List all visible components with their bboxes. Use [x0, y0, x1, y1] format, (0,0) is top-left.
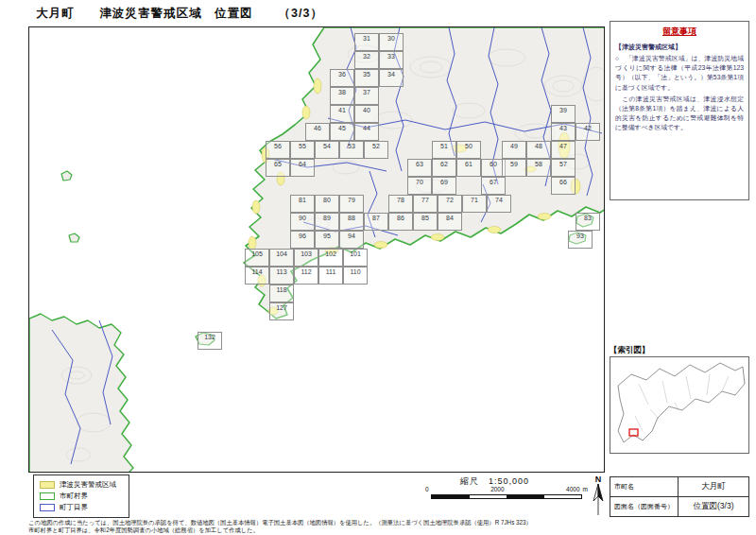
- legend-item-municipal-boundary: 市町村界: [40, 492, 123, 501]
- map-grid-cell: 33: [379, 51, 404, 69]
- map-grid-cell: 66: [551, 177, 576, 195]
- notes-paragraph: この津波災害警戒区域は、津波浸水想定（法第8条第1項）を踏まえ、津波による人的災…: [615, 95, 744, 133]
- table-row: 図面名（図面番号） 位置図(3/3): [610, 497, 749, 517]
- map-grid-cell: 37: [354, 87, 379, 105]
- map-grid-cell: 103: [294, 249, 318, 267]
- scale-segment: [432, 495, 470, 498]
- map-grid-cell: 51: [432, 141, 456, 159]
- map-grid-cell: 83: [576, 213, 600, 231]
- location-map: 3130323336353438374140394645444342565554…: [28, 26, 605, 473]
- map-grid-cell: 95: [315, 231, 339, 249]
- scale-tick: 4000: [566, 486, 579, 492]
- district-boundary-swatch-icon: [40, 504, 55, 511]
- footer-line: この地図の作成に当たっては、国土地理院長の承認を得て、数値地図（国土基本情報）電…: [28, 519, 728, 526]
- map-grid-cell: 42: [576, 123, 600, 141]
- map-grid-cell: 102: [318, 249, 343, 267]
- scale-segment: [544, 495, 582, 498]
- map-grid-cell: 56: [266, 141, 290, 159]
- index-map: [610, 356, 749, 454]
- map-grid-cell: 55: [290, 141, 315, 159]
- map-grid-cell: 35: [354, 69, 379, 87]
- map-grid-cell: 85: [413, 213, 438, 231]
- map-grid-cell: 132: [198, 332, 222, 350]
- map-grid-cell: 53: [339, 141, 364, 159]
- map-grid-cell: 101: [343, 249, 368, 267]
- map-grid-cell: 77: [413, 195, 438, 213]
- legend-label: 町丁目界: [60, 503, 88, 512]
- map-grid-cell: 114: [245, 267, 269, 285]
- map-grid-cell: 32: [354, 51, 379, 69]
- map-grid-cell: 43: [551, 123, 576, 141]
- map-grid-cell: 105: [245, 249, 269, 267]
- map-grid-cell: 81: [290, 195, 315, 213]
- warning-area-swatch-icon: [40, 481, 55, 489]
- legend-label: 市町村界: [60, 492, 88, 501]
- map-grid-cell: 49: [502, 141, 526, 159]
- info-label: 市町名: [610, 477, 679, 497]
- table-row: 市町名 大月町: [610, 477, 749, 497]
- north-arrow-icon: N: [590, 473, 607, 518]
- map-grid-cell: 48: [526, 141, 551, 159]
- map-grid-cell: 110: [343, 267, 368, 285]
- footer-notes: この地図の作成に当たっては、国土地理院長の承認を得て、数値地図（国土基本情報）電…: [28, 519, 728, 534]
- map-grid-cell: 57: [551, 159, 576, 177]
- index-map-title: 【索引図】: [610, 345, 650, 356]
- map-grid-cell: 118: [269, 285, 294, 302]
- info-label: 図面名（図面番号）: [610, 497, 679, 517]
- map-grid-cell: 96: [290, 231, 315, 249]
- map-grid-cell: 90: [290, 213, 315, 231]
- map-grid-cell: 44: [354, 123, 379, 141]
- map-grid-cell: 70: [407, 177, 432, 195]
- legend: 津波災害警戒区域 市町村界 町丁目界: [33, 475, 129, 518]
- notes-panel: 留意事項 【津波災害警戒区域】 ○ 「津波災害警戒区域」は、津波防災地域づくりに…: [610, 21, 749, 200]
- map-grid-cell: 45: [330, 123, 354, 141]
- map-grid-cell: 67: [481, 177, 506, 195]
- map-grid-cell: 94: [339, 231, 364, 249]
- map-grid-cell: 62: [432, 159, 456, 177]
- info-value: 位置図(3/3): [679, 497, 749, 517]
- index-map-outline: [610, 357, 748, 453]
- map-grid-cell: 63: [407, 159, 432, 177]
- map-grid-cell: 61: [456, 159, 481, 177]
- map-grid-cell: 52: [364, 141, 388, 159]
- legend-label: 津波災害警戒区域: [60, 480, 116, 490]
- footer-line: 市町村界と町丁目界は、令和2年度国勢調査の小地域（総務省）を加工して作成した。: [28, 526, 728, 534]
- map-grid-layer: 3130323336353438374140394645444342565554…: [29, 27, 605, 473]
- legend-item-district-boundary: 町丁目界: [40, 503, 123, 512]
- map-grid-cell: 71: [462, 195, 487, 213]
- map-grid-cell: 64: [290, 159, 315, 177]
- map-grid-cell: 80: [315, 195, 339, 213]
- map-grid-cell: 41: [330, 105, 354, 123]
- map-grid-cell: 112: [294, 267, 318, 285]
- map-grid-cell: 72: [438, 195, 462, 213]
- map-grid-cell: 54: [315, 141, 339, 159]
- legend-item-warning-area: 津波災害警戒区域: [40, 480, 123, 490]
- map-grid-cell: 87: [364, 213, 388, 231]
- map-sheet: 大月町 津波災害警戒区域 位置図 （3/3）: [0, 0, 756, 535]
- map-grid-cell: 46: [305, 123, 330, 141]
- map-grid-cell: 93: [568, 231, 593, 249]
- map-grid-cell: 79: [339, 195, 364, 213]
- map-grid-cell: 84: [438, 213, 462, 231]
- map-grid-cell: 58: [526, 159, 551, 177]
- map-grid-cell: 31: [354, 33, 379, 51]
- scale-tick: 0: [425, 486, 429, 492]
- map-grid-cell: 65: [266, 159, 290, 177]
- map-grid-cell: 59: [502, 159, 526, 177]
- map-grid-cell: 40: [354, 105, 379, 123]
- map-grid-cell: 39: [551, 105, 576, 123]
- map-grid-cell: 50: [456, 141, 481, 159]
- map-grid-cell: 89: [315, 213, 339, 231]
- map-grid-cell: 69: [432, 177, 456, 195]
- scale-bar: [431, 494, 582, 499]
- map-grid-cell: 47: [551, 141, 576, 159]
- map-grid-cell: 36: [330, 69, 354, 87]
- notes-paragraph: ○ 「津波災害警戒区域」は、津波防災地域づくりに関する法律（平成23年法律第12…: [615, 54, 744, 93]
- scale-ticks: 0 2000 4000 m: [425, 486, 588, 492]
- map-grid-cell: 30: [379, 33, 404, 51]
- map-grid-cell: 113: [269, 267, 294, 285]
- map-grid-cell: 86: [388, 213, 413, 231]
- north-label: N: [595, 475, 602, 484]
- scale-segment: [470, 495, 507, 498]
- map-grid-cell: 88: [339, 213, 364, 231]
